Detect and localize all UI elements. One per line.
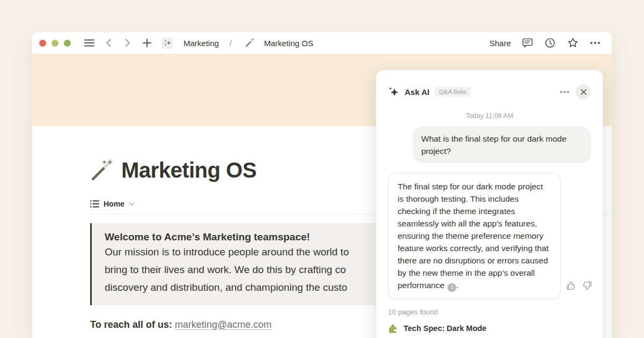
window-controls	[39, 40, 71, 47]
menu-icon[interactable]	[83, 37, 95, 49]
pages-found-label: 10 pages found	[388, 308, 591, 316]
ask-ai-panel: Ask AI Q&A Beta Today 11:08 AM What is t…	[376, 70, 603, 338]
contact-label: To reach all of us:	[90, 319, 172, 330]
back-icon[interactable]	[103, 37, 114, 49]
close-window-button[interactable]	[39, 40, 46, 47]
panel-more-options-icon[interactable]	[560, 91, 569, 93]
new-page-icon[interactable]	[141, 37, 153, 49]
chevron-down-icon	[129, 202, 135, 206]
share-button[interactable]: Share	[489, 39, 511, 48]
breadcrumb-page[interactable]: Marketing OS	[264, 39, 313, 48]
tab-home-label: Home	[104, 200, 125, 208]
breadcrumb-separator: /	[230, 39, 232, 48]
chat-timestamp: Today 11:08 AM	[388, 112, 591, 120]
result-page-link[interactable]: Tech Spec: Dark Mode	[388, 324, 591, 333]
comments-icon[interactable]	[522, 37, 533, 49]
wand-icon	[245, 38, 254, 48]
forward-icon[interactable]	[122, 37, 134, 49]
ai-panel-title: Ask AI	[405, 87, 429, 97]
favorite-star-icon[interactable]	[567, 37, 579, 49]
history-clock-icon[interactable]	[544, 37, 556, 49]
list-view-icon	[90, 200, 99, 208]
contact-email-link[interactable]: marketing@acme.com	[175, 319, 272, 330]
thumbs-down-icon[interactable]	[582, 281, 592, 291]
more-options-icon[interactable]	[589, 37, 601, 49]
puzzle-icon	[388, 324, 398, 333]
result-page-title: Tech Spec: Dark Mode	[404, 324, 486, 333]
page-title: Marketing OS	[121, 158, 257, 182]
page-icon-wand[interactable]	[90, 159, 113, 182]
thumbs-up-icon[interactable]	[566, 281, 576, 291]
ai-sparkle-icon	[388, 86, 399, 98]
close-panel-button[interactable]	[576, 84, 591, 99]
toolbar: Marketing / Marketing OS Share	[32, 32, 612, 54]
minimize-window-button[interactable]	[52, 40, 58, 47]
citation-badge[interactable]: 1	[448, 283, 456, 292]
qa-beta-badge: Q&A Beta	[435, 87, 471, 97]
teamspace-sparkles-icon[interactable]	[162, 38, 173, 49]
breadcrumb-team[interactable]: Marketing	[184, 39, 219, 48]
ai-message-suffix: .	[456, 281, 458, 290]
user-message-bubble: What is the final step for our dark mode…	[413, 127, 591, 163]
ai-message-bubble: The final step for our dark mode project…	[388, 173, 561, 299]
zoom-window-button[interactable]	[64, 40, 71, 47]
ai-message-text: The final step for our dark mode project…	[398, 182, 548, 290]
